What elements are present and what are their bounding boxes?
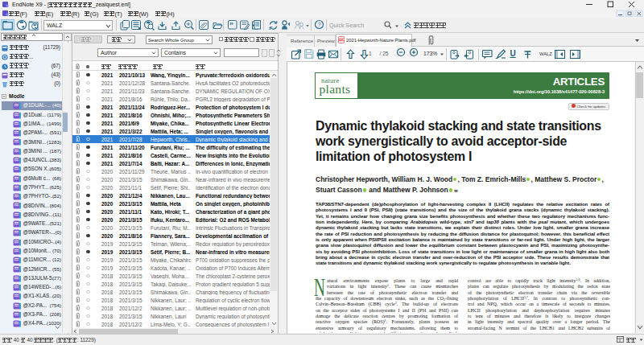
svg-text:”: ” (229, 22, 233, 30)
svg-text:PDF: PDF (339, 39, 344, 42)
svg-text:?: ? (317, 21, 320, 28)
